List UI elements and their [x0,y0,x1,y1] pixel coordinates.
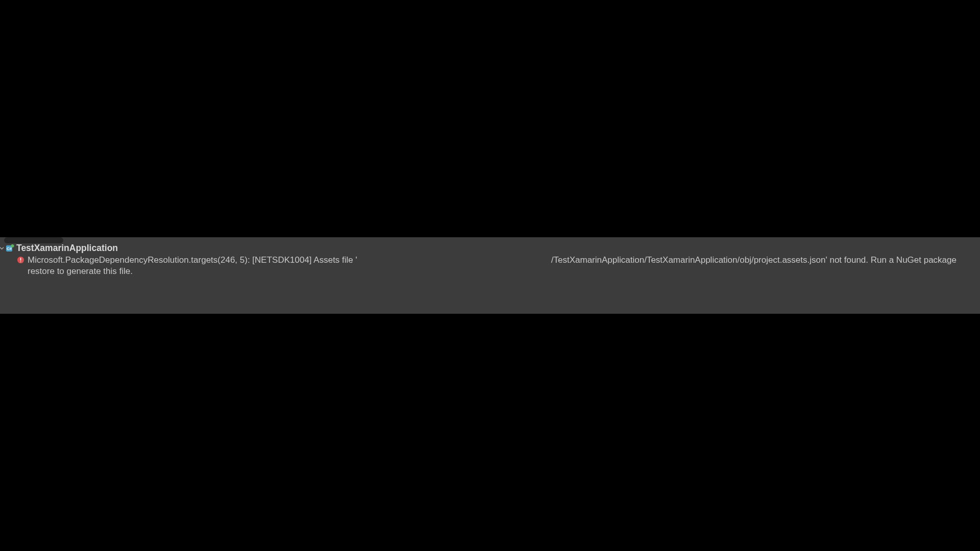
error-message-path: /TestXamarinApplication/TestXamarinAppli… [551,255,957,265]
errors-panel: C# TestXamarinApplication Microsoft.Pack… [0,237,980,314]
error-icon [16,256,24,264]
horizontal-scrollbar[interactable] [4,237,63,243]
error-item[interactable]: Microsoft.PackageDependencyResolution.ta… [0,254,980,277]
svg-point-2 [11,244,14,247]
error-message: Microsoft.PackageDependencyResolution.ta… [28,255,974,277]
svg-rect-4 [20,258,21,261]
svg-text:C#: C# [6,246,12,251]
project-name-label: TestXamarinApplication [16,243,118,254]
error-message-line2: restore to generate this file. [28,266,133,276]
project-group-row[interactable]: C# TestXamarinApplication [0,242,980,254]
svg-rect-5 [20,261,21,262]
chevron-down-icon[interactable] [0,245,4,251]
csharp-project-icon: C# [5,243,14,253]
letterbox-bottom [0,314,980,551]
error-message-prefix: Microsoft.PackageDependencyResolution.ta… [28,255,357,265]
